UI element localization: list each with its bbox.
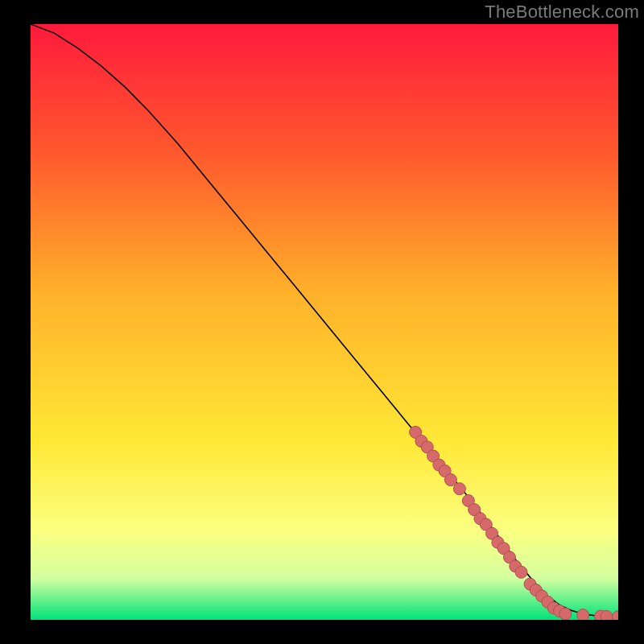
data-marker	[577, 609, 589, 620]
chart-svg	[31, 24, 618, 620]
chart-frame: TheBottleneck.com	[0, 0, 644, 644]
plot-area	[31, 24, 618, 620]
data-marker	[601, 610, 613, 620]
data-marker	[444, 474, 456, 486]
attribution-text: TheBottleneck.com	[485, 2, 639, 23]
data-marker	[559, 608, 572, 620]
data-marker	[453, 483, 465, 495]
data-marker	[515, 566, 527, 578]
